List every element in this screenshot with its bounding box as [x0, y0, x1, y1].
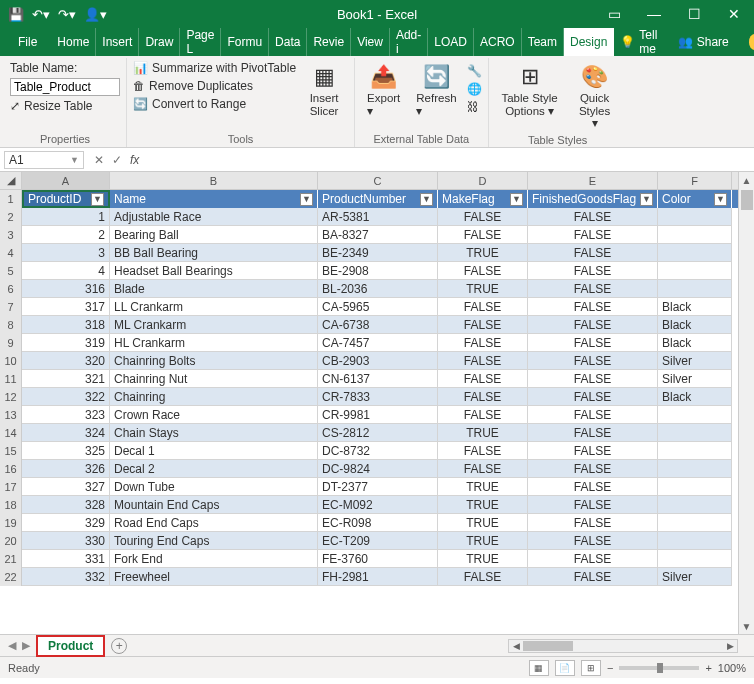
cell[interactable]: FALSE	[528, 388, 658, 406]
scroll-thumb[interactable]	[741, 190, 753, 210]
row-header[interactable]: 3	[0, 226, 22, 244]
cell[interactable]: 323	[22, 406, 110, 424]
ribbon-options-icon[interactable]: ▭	[594, 6, 634, 22]
row-header[interactable]: 18	[0, 496, 22, 514]
cell[interactable]: 321	[22, 370, 110, 388]
cell[interactable]: FALSE	[438, 262, 528, 280]
row-header[interactable]: 17	[0, 478, 22, 496]
cell[interactable]: Chainring Bolts	[110, 352, 318, 370]
table-name-input[interactable]	[10, 78, 120, 96]
cell[interactable]: FALSE	[438, 334, 528, 352]
table-row[interactable]: 54Headset Ball BearingsBE-2908FALSEFALSE	[0, 262, 754, 280]
cell[interactable]: FALSE	[528, 208, 658, 226]
cell[interactable]: FALSE	[438, 298, 528, 316]
cell[interactable]	[658, 424, 732, 442]
cell[interactable]: FALSE	[438, 352, 528, 370]
cell[interactable]: 4	[22, 262, 110, 280]
table-row[interactable]: 18328Mountain End CapsEC-M092TRUEFALSE	[0, 496, 754, 514]
cell[interactable]: AR-5381	[318, 208, 438, 226]
table-header-color[interactable]: Color▼	[658, 190, 732, 208]
row-header[interactable]: 20	[0, 532, 22, 550]
smiley-icon[interactable]	[749, 34, 754, 50]
export-button[interactable]: 📤Export▾	[361, 60, 406, 119]
tab-formu[interactable]: Formu	[221, 28, 269, 56]
cell[interactable]: FALSE	[438, 316, 528, 334]
close-icon[interactable]: ✕	[714, 6, 754, 22]
tab-acro[interactable]: ACRO	[474, 28, 522, 56]
cell[interactable]: Mountain End Caps	[110, 496, 318, 514]
tab-view[interactable]: View	[351, 28, 390, 56]
tab-page l[interactable]: Page L	[180, 28, 221, 56]
spreadsheet-grid[interactable]: ◢ ABCDEF 1ProductID▼Name▼ProductNumber▼M…	[0, 172, 754, 634]
remove-duplicates-button[interactable]: 🗑Remove Duplicates	[133, 78, 296, 94]
row-header[interactable]: 2	[0, 208, 22, 226]
cell[interactable]: FALSE	[438, 388, 528, 406]
row-header[interactable]: 6	[0, 280, 22, 298]
cell[interactable]: FALSE	[438, 226, 528, 244]
cell[interactable]: 2	[22, 226, 110, 244]
cell[interactable]: DC-9824	[318, 460, 438, 478]
cell[interactable]: 331	[22, 550, 110, 568]
row-header[interactable]: 8	[0, 316, 22, 334]
filter-dropdown-icon[interactable]: ▼	[640, 193, 653, 206]
table-row[interactable]: 19329Road End CapsEC-R098TRUEFALSE	[0, 514, 754, 532]
cell[interactable]: FALSE	[528, 298, 658, 316]
cell[interactable]: EC-M092	[318, 496, 438, 514]
row-header[interactable]: 11	[0, 370, 22, 388]
zoom-in-button[interactable]: +	[705, 662, 711, 674]
table-row[interactable]: 8318ML CrankarmCA-6738FALSEFALSEBlack	[0, 316, 754, 334]
cell[interactable]: LL Crankarm	[110, 298, 318, 316]
maximize-icon[interactable]: ☐	[674, 6, 714, 22]
cell[interactable]: FALSE	[528, 550, 658, 568]
table-row[interactable]: 21Adjustable RaceAR-5381FALSEFALSE	[0, 208, 754, 226]
cell[interactable]: FALSE	[528, 496, 658, 514]
cell[interactable]: CA-6738	[318, 316, 438, 334]
cell[interactable]: Silver	[658, 568, 732, 586]
save-icon[interactable]: 💾	[8, 7, 24, 22]
summarize-pivot-button[interactable]: 📊Summarize with PivotTable	[133, 60, 296, 76]
cell[interactable]: TRUE	[438, 550, 528, 568]
user-icon[interactable]: 👤▾	[84, 7, 107, 22]
cell[interactable]: EC-T209	[318, 532, 438, 550]
cell[interactable]: 324	[22, 424, 110, 442]
cell[interactable]: EC-R098	[318, 514, 438, 532]
cell[interactable]: TRUE	[438, 478, 528, 496]
cell[interactable]: CA-7457	[318, 334, 438, 352]
table-row[interactable]: 15325Decal 1DC-8732FALSEFALSE	[0, 442, 754, 460]
filter-dropdown-icon[interactable]: ▼	[300, 193, 313, 206]
row-header[interactable]: 19	[0, 514, 22, 532]
row-header[interactable]: 7	[0, 298, 22, 316]
cell[interactable]	[658, 280, 732, 298]
cell[interactable]: Black	[658, 334, 732, 352]
minimize-icon[interactable]: —	[634, 6, 674, 22]
cell[interactable]: 1	[22, 208, 110, 226]
col-header-E[interactable]: E	[528, 172, 658, 189]
cell[interactable]: CA-5965	[318, 298, 438, 316]
select-all-corner[interactable]: ◢	[0, 172, 22, 189]
zoom-level[interactable]: 100%	[718, 662, 746, 674]
table-row[interactable]: 32Bearing BallBA-8327FALSEFALSE	[0, 226, 754, 244]
cell[interactable]: DC-8732	[318, 442, 438, 460]
zoom-slider[interactable]	[619, 666, 699, 670]
cell[interactable]: Silver	[658, 370, 732, 388]
sheet-tab-product[interactable]: Product	[36, 635, 105, 657]
quick-styles-button[interactable]: 🎨Quick Styles ▾	[569, 60, 621, 132]
cell[interactable]: FALSE	[528, 334, 658, 352]
row-header-1[interactable]: 1	[0, 190, 22, 208]
hscroll-thumb[interactable]	[523, 641, 573, 651]
table-row[interactable]: 6316BladeBL-2036TRUEFALSE	[0, 280, 754, 298]
cell[interactable]: FALSE	[528, 370, 658, 388]
cell[interactable]: 317	[22, 298, 110, 316]
cell[interactable]: FALSE	[438, 568, 528, 586]
filter-dropdown-icon[interactable]: ▼	[510, 193, 523, 206]
view-pagebreak-button[interactable]: ⊞	[581, 660, 601, 676]
row-header[interactable]: 13	[0, 406, 22, 424]
cell[interactable]: ML Crankarm	[110, 316, 318, 334]
horizontal-scrollbar[interactable]: ◀ ▶	[508, 639, 738, 653]
cell[interactable]: Black	[658, 316, 732, 334]
cell[interactable]: TRUE	[438, 496, 528, 514]
cell[interactable]: CN-6137	[318, 370, 438, 388]
cell[interactable]: Road End Caps	[110, 514, 318, 532]
table-header-name[interactable]: Name▼	[110, 190, 318, 208]
cell[interactable]: FALSE	[528, 226, 658, 244]
